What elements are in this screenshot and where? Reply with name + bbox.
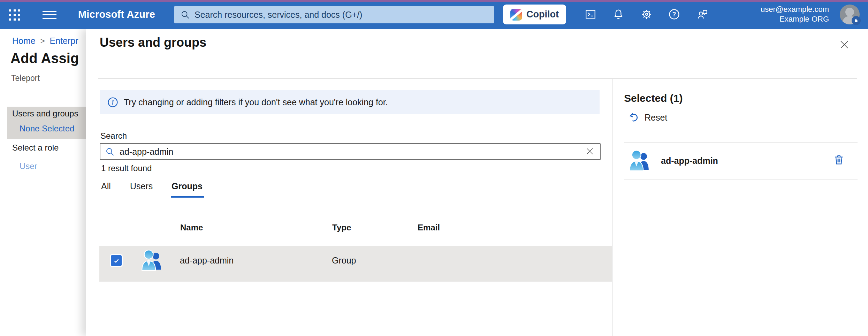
hamburger-menu-icon[interactable] [43, 11, 56, 19]
selected-divider [624, 180, 858, 180]
product-title[interactable]: Microsoft Azure [78, 9, 155, 20]
account-info[interactable]: user@example.com Example ORG [761, 5, 829, 24]
delete-icon[interactable] [832, 153, 846, 167]
info-banner: Try changing or adding filters if you do… [100, 90, 600, 114]
result-count: 1 result found [101, 163, 152, 173]
tab-all[interactable]: All [101, 181, 111, 191]
group-icon [628, 150, 651, 173]
cloud-shell-icon[interactable] [583, 7, 598, 22]
info-banner-text: Try changing or adding filters if you do… [124, 97, 388, 107]
tab-groups[interactable]: Groups [172, 181, 203, 191]
search-icon [105, 147, 115, 156]
breadcrumb-enterprise-link[interactable]: Enterpr [50, 36, 78, 46]
svg-text:?: ? [672, 11, 676, 18]
row-checkbox[interactable] [111, 255, 122, 266]
selected-title: Selected (1) [624, 92, 683, 104]
panel-title: Users and groups [100, 35, 206, 50]
role-field-label: Select a role [12, 143, 59, 153]
copilot-button[interactable]: Copilot [503, 5, 566, 24]
active-tab-underline [171, 196, 204, 198]
page-subtitle: Teleport [11, 74, 40, 83]
column-header-type: Type [332, 223, 351, 232]
feedback-icon[interactable] [695, 7, 710, 22]
panel-vertical-divider [612, 79, 612, 336]
role-field-value[interactable]: User [20, 161, 37, 171]
table-row[interactable]: ad-app-admin Group [99, 246, 612, 282]
row-name: ad-app-admin [180, 255, 234, 266]
users-groups-field-label: Users and groups [12, 109, 78, 119]
page-title: Add Assig [10, 51, 79, 66]
azure-portal: Microsoft Azure Search resources, servic… [0, 0, 868, 336]
top-bar: Microsoft Azure Search resources, servic… [0, 0, 868, 29]
help-icon[interactable]: ? [667, 7, 682, 22]
copilot-label: Copilot [526, 9, 559, 20]
panel-header-divider [98, 78, 857, 79]
users-and-groups-panel: Users and groups Try changing or adding … [86, 29, 868, 336]
close-icon[interactable] [837, 38, 851, 52]
column-header-name: Name [180, 223, 203, 232]
accent-strip [0, 0, 868, 2]
info-icon [107, 97, 118, 108]
row-type: Group [332, 255, 356, 266]
waffle-menu-icon[interactable] [9, 9, 21, 21]
column-header-email: Email [418, 223, 440, 232]
group-icon [140, 249, 163, 272]
account-email: user@example.com [761, 5, 829, 14]
global-search-placeholder: Search resources, services, and docs (G+… [195, 10, 362, 20]
settings-icon[interactable] [639, 7, 654, 22]
search-value: ad-app-admin [120, 147, 580, 157]
check-icon [113, 257, 120, 264]
breadcrumb-separator: > [40, 36, 45, 46]
account-org: Example ORG [761, 14, 829, 24]
search-label: Search [100, 131, 127, 141]
search-input[interactable]: ad-app-admin [100, 143, 601, 160]
reset-label: Reset [645, 113, 667, 123]
breadcrumb-home-link[interactable]: Home [12, 36, 36, 46]
search-icon [181, 10, 190, 20]
avatar[interactable] [840, 5, 860, 24]
breadcrumb: Home > Enterpr [12, 36, 78, 46]
undo-icon [628, 112, 639, 123]
reset-button[interactable]: Reset [628, 112, 667, 123]
tab-users[interactable]: Users [130, 181, 153, 191]
clear-icon[interactable] [585, 146, 595, 157]
lock-icon [852, 16, 861, 25]
copilot-icon [510, 9, 522, 21]
notifications-icon[interactable] [611, 7, 626, 22]
users-groups-field-value[interactable]: None Selected [20, 124, 74, 133]
selected-divider [624, 142, 858, 143]
global-search-input[interactable]: Search resources, services, and docs (G+… [174, 6, 494, 23]
selected-item-name: ad-app-admin [661, 156, 718, 166]
